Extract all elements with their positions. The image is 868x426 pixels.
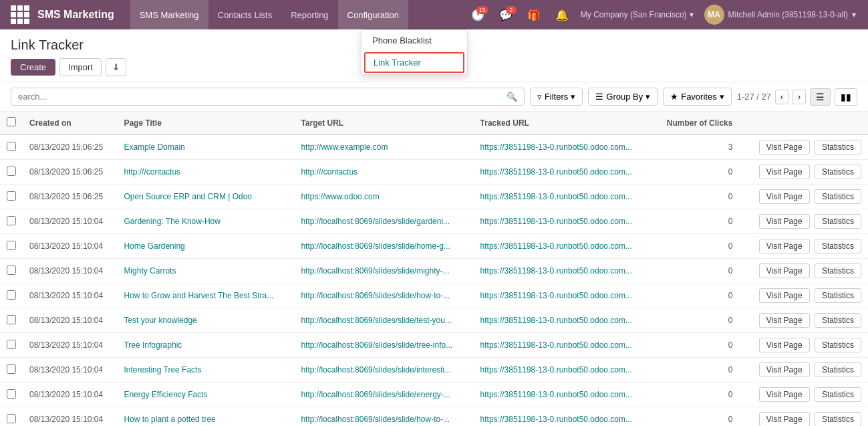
row-checkbox[interactable]: [7, 364, 16, 374]
row-checkbox[interactable]: [7, 389, 16, 399]
statistics-button[interactable]: Statistics: [815, 313, 861, 328]
row-checkbox[interactable]: [7, 290, 16, 300]
visit-page-button[interactable]: Visit Page: [759, 263, 810, 278]
statistics-button[interactable]: Statistics: [815, 214, 861, 229]
row-tracked-url-3[interactable]: https://3851198-13-0.runbot50.odoo.com..…: [474, 209, 654, 234]
row-target-url-10[interactable]: http://localhost:8069/slides/slide/energ…: [294, 383, 473, 407]
row-page-title-4[interactable]: Home Gardening: [117, 234, 294, 259]
row-checkbox[interactable]: [7, 167, 16, 176]
row-checkbox[interactable]: [7, 340, 16, 349]
row-page-title-9[interactable]: Interesting Tree Facts: [117, 358, 294, 383]
row-tracked-url-11[interactable]: https://3851198-13-0.runbot50.odoo.com..…: [474, 407, 654, 427]
row-target-url-2[interactable]: https://www.odoo.com: [294, 185, 473, 209]
statistics-button[interactable]: Statistics: [815, 165, 861, 179]
filters-button[interactable]: ▿ Filters ▾: [530, 88, 583, 106]
row-page-title-8[interactable]: Tree Infographic: [117, 333, 294, 358]
groupby-button[interactable]: ☰ Group By ▾: [588, 88, 658, 106]
row-checkbox[interactable]: [7, 142, 16, 151]
row-page-title-10[interactable]: Energy Efficiency Facts: [117, 383, 294, 407]
row-checkbox[interactable]: [7, 315, 16, 324]
visit-page-button[interactable]: Visit Page: [759, 239, 810, 253]
row-target-url-7[interactable]: http://localhost:8069/slides/slide/test-…: [294, 308, 473, 333]
list-view-button[interactable]: ☰: [810, 88, 831, 106]
header-created-on[interactable]: Created on: [23, 112, 117, 134]
statistics-button[interactable]: Statistics: [815, 263, 861, 278]
prev-page-button[interactable]: ‹: [775, 90, 788, 104]
bell-icon-btn[interactable]: 🔔: [550, 6, 574, 24]
row-target-url-1[interactable]: http:///contactus: [294, 160, 473, 185]
visit-page-button[interactable]: Visit Page: [759, 214, 810, 229]
nav-sms-marketing[interactable]: SMS Marketing: [130, 0, 208, 29]
statistics-button[interactable]: Statistics: [815, 362, 861, 377]
row-target-url-3[interactable]: http://localhost:8069/slides/slide/garde…: [294, 209, 473, 234]
nav-contacts-lists[interactable]: Contacts Lists: [208, 0, 282, 29]
row-checkbox[interactable]: [7, 216, 16, 225]
row-target-url-4[interactable]: http://localhost:8069/slides/slide/home-…: [294, 234, 473, 259]
visit-page-button[interactable]: Visit Page: [759, 387, 810, 402]
statistics-button[interactable]: Statistics: [815, 239, 861, 253]
row-tracked-url-6[interactable]: https://3851198-13-0.runbot50.odoo.com..…: [474, 284, 654, 308]
visit-page-button[interactable]: Visit Page: [759, 189, 810, 204]
row-target-url-6[interactable]: http://localhost:8069/slides/slide/how-t…: [294, 284, 473, 308]
select-all-checkbox[interactable]: [7, 117, 16, 126]
download-button[interactable]: ⇓: [106, 58, 126, 76]
row-checkbox[interactable]: [7, 265, 16, 275]
row-checkbox[interactable]: [7, 414, 16, 423]
visit-page-button[interactable]: Visit Page: [759, 288, 810, 303]
nav-reporting[interactable]: Reporting: [281, 0, 337, 29]
header-clicks[interactable]: Number of Clicks: [653, 112, 739, 134]
chart-view-button[interactable]: ▮▮: [835, 88, 857, 106]
clock-icon-btn[interactable]: 🕐 15: [466, 6, 490, 24]
row-tracked-url-0[interactable]: https://3851198-13-0.runbot50.odoo.com..…: [474, 134, 654, 160]
row-tracked-url-2[interactable]: https://3851198-13-0.runbot50.odoo.com..…: [474, 185, 654, 209]
row-page-title-6[interactable]: How to Grow and Harvest The Best Stra...: [117, 284, 294, 308]
header-page-title[interactable]: Page Title: [117, 112, 294, 134]
statistics-button[interactable]: Statistics: [815, 338, 861, 352]
nav-configuration[interactable]: Configuration: [338, 0, 408, 29]
dropdown-phone-blacklist[interactable]: Phone Blacklist: [361, 30, 467, 51]
header-target-url[interactable]: Target URL: [294, 112, 473, 134]
visit-page-button[interactable]: Visit Page: [759, 140, 810, 154]
row-checkbox[interactable]: [7, 191, 16, 201]
row-target-url-9[interactable]: http://localhost:8069/slides/slide/inter…: [294, 358, 473, 383]
row-tracked-url-1[interactable]: https://3851198-13-0.runbot50.odoo.com..…: [474, 160, 654, 185]
row-tracked-url-7[interactable]: https://3851198-13-0.runbot50.odoo.com..…: [474, 308, 654, 333]
visit-page-button[interactable]: Visit Page: [759, 362, 810, 377]
row-target-url-11[interactable]: http://localhost:8069/slides/slide/how-t…: [294, 407, 473, 427]
row-tracked-url-9[interactable]: https://3851198-13-0.runbot50.odoo.com..…: [474, 358, 654, 383]
row-page-title-7[interactable]: Test your knowledge: [117, 308, 294, 333]
row-page-title-3[interactable]: Gardening: The Know-How: [117, 209, 294, 234]
statistics-button[interactable]: Statistics: [815, 189, 861, 204]
row-page-title-1[interactable]: http:///contactus: [117, 160, 294, 185]
statistics-button[interactable]: Statistics: [815, 288, 861, 303]
row-checkbox[interactable]: [7, 241, 16, 250]
gift-icon-btn[interactable]: 🎁: [522, 6, 546, 24]
import-button[interactable]: Import: [59, 58, 102, 76]
row-page-title-0[interactable]: Example Domain: [117, 134, 294, 160]
row-page-title-5[interactable]: Mighty Carrots: [117, 259, 294, 284]
row-tracked-url-8[interactable]: https://3851198-13-0.runbot50.odoo.com..…: [474, 333, 654, 358]
dropdown-link-tracker[interactable]: Link Tracker: [364, 52, 464, 73]
row-tracked-url-5[interactable]: https://3851198-13-0.runbot50.odoo.com..…: [474, 259, 654, 284]
visit-page-button[interactable]: Visit Page: [759, 313, 810, 328]
create-button[interactable]: Create: [11, 59, 55, 76]
row-page-title-11[interactable]: How to plant a potted tree: [117, 407, 294, 427]
company-selector[interactable]: My Company (San Francisco) ▾: [574, 10, 700, 19]
row-target-url-5[interactable]: http://localhost:8069/slides/slide/might…: [294, 259, 473, 284]
row-page-title-2[interactable]: Open Source ERP and CRM | Odoo: [117, 185, 294, 209]
row-target-url-0[interactable]: http://www.example.com: [294, 134, 473, 160]
app-logo[interactable]: [8, 3, 32, 27]
statistics-button[interactable]: Statistics: [815, 140, 861, 154]
search-input[interactable]: [18, 92, 501, 102]
visit-page-button[interactable]: Visit Page: [759, 412, 810, 426]
favorites-button[interactable]: ★ Favorites ▾: [663, 88, 731, 106]
user-menu[interactable]: MA Mitchell Admin (3851198-13-0-all) ▾: [700, 5, 860, 25]
row-tracked-url-4[interactable]: https://3851198-13-0.runbot50.odoo.com..…: [474, 234, 654, 259]
visit-page-button[interactable]: Visit Page: [759, 165, 810, 179]
row-tracked-url-10[interactable]: https://3851198-13-0.runbot50.odoo.com..…: [474, 383, 654, 407]
header-tracked-url[interactable]: Tracked URL: [474, 112, 654, 134]
chat-icon-btn[interactable]: 💬 2: [494, 6, 518, 24]
visit-page-button[interactable]: Visit Page: [759, 338, 810, 352]
row-target-url-8[interactable]: http://localhost:8069/slides/slide/tree-…: [294, 333, 473, 358]
statistics-button[interactable]: Statistics: [815, 387, 861, 402]
